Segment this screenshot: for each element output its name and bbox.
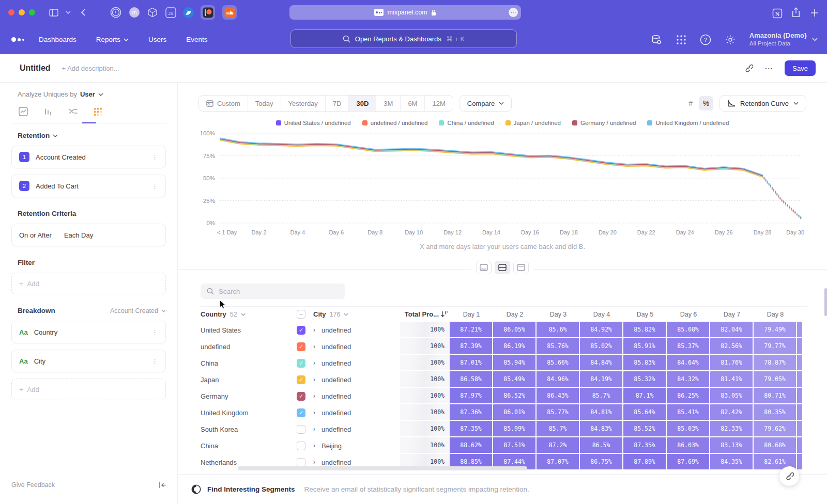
retention-value-cell[interactable]: 85.49% [493, 371, 537, 388]
legend-item[interactable]: China / undefined [439, 120, 494, 126]
retention-value-cell[interactable]: 84.83% [580, 421, 623, 437]
checked-checkbox[interactable]: ✓ [297, 408, 305, 417]
breakdown-card-city[interactable]: Aa City ⋮ [11, 350, 166, 372]
unchecked-checkbox[interactable] [297, 458, 305, 467]
retention-value-cell[interactable]: 79.49% [754, 322, 797, 338]
add-breakdown-button[interactable]: + Add [11, 379, 166, 400]
nav-item-users[interactable]: Users [148, 36, 166, 43]
horizontal-scrollbar[interactable] [238, 466, 527, 470]
retention-value-cell[interactable]: 79.77% [754, 338, 797, 355]
retention-value-cell[interactable]: 87.39% [450, 338, 493, 355]
js-extension-icon[interactable]: JS [163, 5, 178, 20]
city-column-header[interactable]: City 176 [313, 310, 400, 318]
country-cell[interactable]: Japan [201, 371, 297, 388]
share-icon[interactable] [790, 6, 802, 19]
retention-value-cell[interactable]: 88.62% [450, 437, 493, 454]
retention-value-cell[interactable]: 87.51% [493, 437, 537, 454]
legend-item[interactable]: United Kingdom / undefined [647, 120, 729, 126]
retention-value-cell[interactable]: 87.35% [450, 421, 493, 437]
date-range-yesterday[interactable]: Yesterday [281, 96, 326, 111]
table-only-view-button[interactable] [513, 261, 529, 274]
global-search[interactable]: Open Reports & Dashboards ⌘ + K [290, 29, 517, 48]
date-range-custom[interactable]: Custom [199, 96, 248, 111]
add-description[interactable]: + Add description... [62, 65, 119, 72]
apps-grid-icon[interactable] [676, 35, 686, 45]
retention-value-cell[interactable]: 84.19% [580, 371, 623, 388]
expand-chevron-icon[interactable]: › [313, 355, 321, 371]
retention-value-cell[interactable]: 80.71% [754, 388, 797, 404]
day-column-header[interactable]: Day 6 [667, 311, 710, 318]
city-cell[interactable]: undefined [321, 322, 400, 338]
day-column-header[interactable]: Day 3 [537, 311, 580, 318]
retention-value-cell[interactable]: 87.97% [450, 388, 493, 404]
breakdown-event-selector[interactable]: Account Created [110, 307, 166, 314]
date-range-today[interactable]: Today [248, 96, 281, 111]
retention-value-cell[interactable]: 86.52% [493, 388, 537, 404]
country-cell[interactable]: China [201, 437, 297, 454]
expand-chevron-icon[interactable]: › [313, 437, 321, 454]
project-switcher[interactable]: Amazonia {Demo} All Project Data [749, 32, 818, 48]
notion-icon[interactable]: N [771, 7, 784, 20]
date-range-30d[interactable]: 30D [349, 96, 376, 111]
retention-value-cell[interactable]: 85.99% [493, 421, 537, 437]
legend-item[interactable]: United States / undefined [276, 120, 351, 126]
retention-value-cell[interactable]: 80.35% [754, 404, 797, 421]
retention-value-cell[interactable]: 85.37% [667, 338, 710, 355]
city-cell[interactable]: undefined [321, 388, 400, 404]
retention-value-cell[interactable]: 78.87% [754, 355, 797, 371]
compare-button[interactable]: Compare [460, 95, 512, 112]
retention-value-cell[interactable]: 86.03% [667, 437, 710, 454]
city-cell[interactable]: undefined [321, 338, 400, 355]
nav-item-reports[interactable]: Reports [96, 36, 129, 43]
legend-item[interactable]: Japan / undefined [506, 120, 561, 126]
retention-value-cell[interactable]: 81.76% [710, 355, 754, 371]
m-extension-icon[interactable]: m [127, 5, 142, 20]
add-filter-button[interactable]: + Add [11, 273, 166, 294]
address-bar-more-icon[interactable]: ⋯ [509, 8, 518, 17]
new-tab-icon[interactable] [808, 7, 821, 19]
retention-section-label[interactable]: Retention [18, 132, 50, 139]
legend-item[interactable]: undefined / undefined [362, 120, 428, 126]
tab-flows[interactable] [67, 106, 79, 117]
nav-item-events[interactable]: Events [186, 36, 207, 43]
kebab-menu-icon[interactable]: ⋮ [151, 153, 158, 161]
checked-checkbox[interactable]: ✓ [297, 342, 305, 351]
retention-value-cell[interactable]: 87.01% [450, 355, 493, 371]
retention-value-cell[interactable]: 82.56% [710, 338, 754, 355]
day-column-header[interactable]: Day 5 [623, 311, 667, 318]
mixpanel-logo[interactable] [11, 37, 24, 42]
retention-value-cell[interactable]: 86.01% [493, 404, 537, 421]
report-title[interactable]: Untitled [20, 64, 51, 73]
split-view-button[interactable] [495, 261, 510, 274]
day-column-header[interactable]: Day 1 [450, 311, 493, 318]
more-options-icon[interactable]: ⋯ [764, 64, 773, 73]
retention-value-cell[interactable]: 85.77% [537, 404, 580, 421]
retention-value-cell[interactable]: 85.03% [667, 421, 710, 437]
analyze-value[interactable]: User [80, 90, 95, 98]
retention-value-cell[interactable]: 85.32% [623, 371, 667, 388]
retention-value-cell[interactable]: 85.08% [667, 322, 710, 338]
tab-retention[interactable] [92, 106, 103, 117]
nav-item-dashboards[interactable]: Dashboards [39, 36, 76, 43]
select-all-checkbox[interactable]: − [297, 310, 305, 319]
expand-chevron-icon[interactable]: › [313, 338, 321, 355]
date-range-12m[interactable]: 12M [425, 96, 452, 111]
retention-value-cell[interactable]: 86.75% [580, 454, 623, 470]
retention-value-cell[interactable]: 86.5% [580, 437, 623, 454]
retention-value-cell[interactable]: 79.05% [754, 371, 797, 388]
city-cell[interactable]: undefined [321, 421, 400, 437]
retention-value-cell[interactable]: 84.84% [580, 355, 623, 371]
retention-value-cell[interactable]: 85.64% [623, 404, 667, 421]
retention-value-cell[interactable]: 84.64% [667, 355, 710, 371]
retention-value-cell[interactable]: 86.25% [667, 388, 710, 404]
day-column-header[interactable]: Day 2 [493, 311, 537, 318]
retention-value-cell[interactable]: 87.21% [450, 322, 493, 338]
retention-value-cell[interactable]: 82.33% [710, 421, 754, 437]
criteria-on-or-after[interactable]: On or After [19, 231, 52, 239]
retention-value-cell[interactable]: 85.52% [623, 421, 667, 437]
browser-sidebar-icon[interactable] [48, 6, 60, 19]
country-cell[interactable]: undefined [201, 338, 297, 355]
city-cell[interactable]: undefined [321, 404, 400, 421]
zoom-window-button[interactable] [29, 9, 35, 15]
breakdown-card-country[interactable]: Aa Country ⋮ [11, 321, 166, 343]
